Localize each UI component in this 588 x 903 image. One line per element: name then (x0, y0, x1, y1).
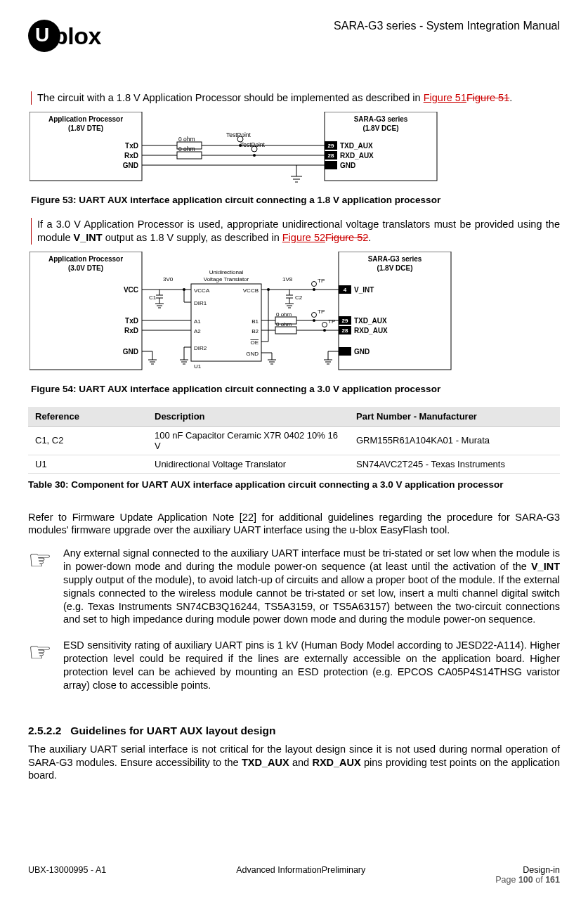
svg-rect-118 (275, 327, 296, 334)
table-row: U1Unidirectional Voltage TranslatorSN74A… (28, 455, 560, 473)
svg-text:TxD: TxD (125, 142, 138, 150)
svg-text:RxD: RxD (124, 152, 138, 160)
svg-text:SARA-G3 series: SARA-G3 series (368, 255, 422, 263)
svg-text:C1: C1 (149, 294, 157, 301)
logo-text: blox (53, 22, 101, 50)
svg-text:GND: GND (354, 348, 370, 356)
pointing-hand-icon: ☞ (28, 547, 63, 629)
svg-text:Voltage Translator: Voltage Translator (204, 276, 249, 282)
svg-text:(3.0V DTE): (3.0V DTE) (68, 264, 103, 272)
svg-text:Unidirectional: Unidirectional (209, 269, 244, 275)
figure-link-deleted: Figure 51 (466, 92, 509, 103)
table-30: Reference Description Part Number - Manu… (28, 407, 560, 474)
svg-text:(1.8V DTE): (1.8V DTE) (68, 124, 103, 132)
svg-text:RXD_AUX: RXD_AUX (340, 152, 374, 160)
svg-text:VCCB: VCCB (243, 287, 259, 294)
svg-text:TXD_AUX: TXD_AUX (354, 317, 387, 325)
svg-text:GND: GND (123, 348, 138, 356)
logo: U blox (28, 20, 101, 52)
svg-point-108 (312, 281, 317, 286)
svg-text:28: 28 (328, 152, 334, 159)
svg-text:SARA-G3 series: SARA-G3 series (354, 115, 408, 123)
svg-text:DIR2: DIR2 (194, 345, 207, 351)
svg-text:GND: GND (340, 162, 355, 169)
note-tristated: Any external signal connected to the aux… (63, 547, 560, 626)
svg-rect-15 (325, 161, 337, 169)
svg-point-126 (267, 288, 270, 291)
svg-text:TestPoint: TestPoint (226, 131, 251, 138)
svg-text:0 ohm: 0 ohm (276, 321, 292, 327)
figure-link-deleted: Figure 52 (325, 232, 368, 243)
svg-text:TP: TP (328, 318, 335, 325)
svg-text:RxD: RxD (124, 327, 138, 334)
svg-text:A2: A2 (194, 328, 201, 334)
svg-point-107 (313, 288, 315, 291)
note-esd: ESD sensitivity rating of auxiliary UART… (63, 639, 560, 691)
svg-text:Application Processor: Application Processor (48, 255, 123, 263)
svg-point-115 (312, 312, 317, 317)
svg-text:1V8: 1V8 (282, 276, 293, 282)
svg-rect-56 (339, 347, 351, 356)
doc-title: SARA-G3 series - System Integration Manu… (334, 20, 560, 32)
svg-text:C2: C2 (295, 294, 303, 301)
figure-54-caption: Figure 54: UART AUX interface applicatio… (31, 384, 560, 394)
svg-text:0 ohm: 0 ohm (178, 136, 195, 143)
svg-text:3V0: 3V0 (163, 276, 174, 282)
svg-point-28 (253, 154, 256, 157)
paragraph-layout: The auxiliary UART serial interface is n… (28, 743, 560, 783)
svg-point-121 (323, 329, 326, 332)
pointing-hand-icon: ☞ (28, 639, 63, 694)
th-partnum: Part Number - Manufacturer (349, 407, 560, 427)
svg-rect-25 (177, 152, 202, 159)
svg-text:Application Processor: Application Processor (48, 115, 123, 123)
svg-point-84 (183, 288, 185, 291)
svg-text:0 ohm: 0 ohm (276, 311, 292, 318)
svg-text:TestPoint: TestPoint (240, 141, 266, 148)
th-description: Description (148, 407, 349, 427)
svg-point-122 (322, 322, 327, 327)
svg-text:TXD_AUX: TXD_AUX (340, 142, 373, 150)
svg-text:TP: TP (318, 308, 325, 315)
svg-text:V_INT: V_INT (354, 286, 374, 294)
svg-text:A1: A1 (194, 318, 201, 325)
th-reference: Reference (28, 407, 148, 427)
svg-text:GND: GND (123, 162, 138, 169)
logo-dot-letter: U (35, 24, 49, 46)
svg-text:VCC: VCC (124, 286, 138, 294)
figure-53-diagram: .bx{fill:none;stroke:#000;stroke-width:1… (30, 112, 560, 189)
figure-54-diagram: .bx{fill:none;stroke:#000;stroke-width:1… (30, 252, 560, 378)
paragraph-30v: If a 3.0 V Application Processor is used… (37, 218, 560, 245)
figure-53-caption: Figure 53: UART AUX interface applicatio… (31, 195, 560, 205)
footer-status: Advanced InformationPreliminary (236, 865, 365, 885)
section-heading: 2.5.2.2 Guidelines for UART AUX layout d… (28, 725, 560, 737)
table-row: C1, C2100 nF Capacitor Ceramic X7R 0402 … (28, 426, 560, 455)
footer-docnum: UBX-13000995 - A1 (28, 865, 106, 885)
footer-section: Design-in (495, 865, 560, 875)
svg-text:B2: B2 (251, 328, 259, 334)
fw-note: Refer to Firmware Update Application Not… (28, 511, 560, 538)
figure-link[interactable]: Figure 52 (282, 232, 325, 243)
figure-link[interactable]: Figure 51 (424, 92, 466, 103)
svg-text:TxD: TxD (125, 317, 138, 325)
svg-text:28: 28 (342, 327, 348, 334)
footer: UBX-13000995 - A1 Advanced InformationPr… (28, 865, 560, 885)
svg-point-114 (313, 319, 315, 322)
paragraph-18v: The circuit with a 1.8 V Application Pro… (37, 91, 560, 105)
svg-text:(1.8V DCE): (1.8V DCE) (377, 264, 412, 272)
svg-text:RXD_AUX: RXD_AUX (354, 327, 388, 334)
svg-text:U1: U1 (194, 363, 202, 370)
svg-text:4: 4 (344, 287, 347, 293)
svg-text:DIR1: DIR1 (194, 300, 207, 306)
svg-text:29: 29 (328, 143, 334, 149)
svg-text:VCCA: VCCA (194, 287, 210, 294)
table-30-caption: Table 30: Component for UART AUX interfa… (28, 479, 560, 490)
svg-text:TP: TP (318, 278, 325, 284)
svg-text:B1: B1 (251, 318, 259, 325)
footer-page: Page 100 of 161 (495, 875, 560, 885)
svg-text:GND: GND (246, 351, 259, 357)
svg-text:29: 29 (342, 318, 348, 324)
svg-text:(1.8V DCE): (1.8V DCE) (362, 124, 398, 132)
svg-text:0 ohm: 0 ohm (178, 145, 195, 152)
svg-text:OE: OE (250, 339, 259, 346)
